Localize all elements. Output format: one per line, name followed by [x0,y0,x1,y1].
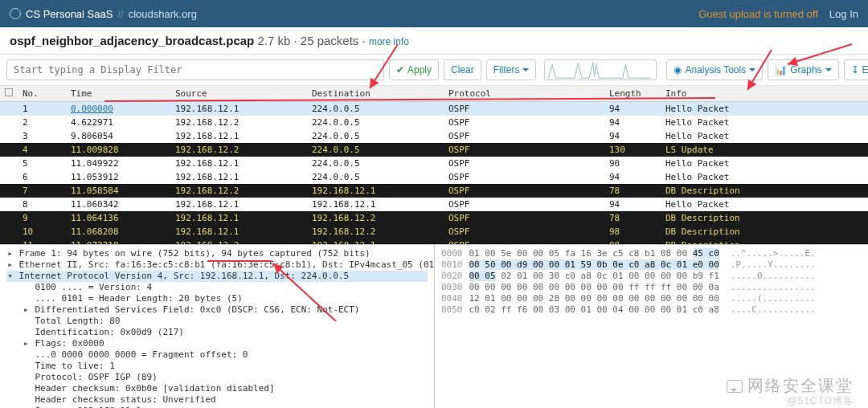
hex-row[interactable]: 000001 00 5e 00 00 05 fa 16 3e c5 c8 b1 … [441,248,862,259]
tree-node[interactable]: Header checksum: 0x0b0e [validation disa… [6,383,428,394]
upload-warning: Guest upload is turned off [698,8,818,20]
hex-row[interactable]: 002000 05 02 01 00 30 c0 a8 0c 01 00 00 … [441,271,862,282]
tree-node[interactable]: Identification: 0x00d9 (217) [6,327,428,338]
tree-node[interactable]: ▸ Differentiated Services Field: 0xc0 (D… [6,304,428,316]
file-name: ospf_neighbor_adjacency_broadcast.pcap [10,34,254,47]
file-title-bar: ospf_neighbor_adjacency_broadcast.pcap 2… [0,27,868,55]
tree-node[interactable]: ▾ Internet Protocol Version 4, Src: 192.… [6,271,428,282]
packet-row[interactable]: 1111.073318192.168.12.2192.168.12.1OSPF9… [0,239,868,245]
tree-node[interactable]: Time to live: 1 [6,361,428,372]
login-link[interactable]: Log In [829,8,858,20]
hex-row[interactable]: 001000 50 00 d9 00 00 01 59 0b 0e c0 a8 … [441,259,862,271]
hex-row[interactable]: 004012 01 00 00 00 28 00 00 00 00 00 00 … [441,293,862,304]
tree-node[interactable]: ▸ Frame 1: 94 bytes on wire (752 bits), … [6,248,428,259]
brand-label: CS Personal SaaS [26,8,113,20]
col-time[interactable]: Time [66,86,170,102]
col-protocol[interactable]: Protocol [444,86,604,102]
tree-node[interactable]: Total Length: 80 [6,316,428,327]
packet-row[interactable]: 1011.068208192.168.12.1192.168.12.2OSPF9… [0,225,868,239]
packet-row[interactable]: 10.000000192.168.12.1224.0.0.5OSPF94Hell… [0,102,868,116]
packet-list-header: No. Time Source Destination Protocol Len… [0,86,868,102]
clear-button[interactable]: Clear [444,59,481,80]
col-length[interactable]: Length [604,86,661,102]
tree-node[interactable]: ▸ Ethernet II, Src: fa:16:3e:c5:c8:b1 (f… [6,259,428,271]
watermark: 网络安全课堂 @51CTO博客 [727,375,854,397]
col-destination[interactable]: Destination [307,86,444,102]
tree-node[interactable]: Header checksum status: Unverified [6,394,428,406]
packet-row[interactable]: 711.058584192.168.12.2192.168.12.1OSPF78… [0,184,868,198]
host-link[interactable]: cloudshark.org [129,8,197,20]
more-info-link[interactable]: more info [369,36,409,47]
tree-node[interactable]: .... 0101 = Header Length: 20 bytes (5) [6,293,428,304]
display-filter-input[interactable] [6,59,384,80]
top-navbar: CS Personal SaaS // cloudshark.org Guest… [0,0,868,27]
col-no[interactable]: No. [18,86,66,102]
packet-row[interactable]: 911.064136192.168.12.1192.168.12.2OSPF78… [0,211,868,225]
timeline-sparkline[interactable] [544,59,657,80]
packet-row[interactable]: 411.009828192.168.12.2224.0.0.5OSPF130LS… [0,143,868,157]
packet-row[interactable]: 39.806054192.168.12.1224.0.0.5OSPF94Hell… [0,129,868,143]
tree-node[interactable]: 0100 .... = Version: 4 [6,282,428,293]
packet-row[interactable]: 24.622971192.168.12.2224.0.0.5OSPF94Hell… [0,116,868,129]
packet-row[interactable]: 811.060342192.168.12.1192.168.12.1OSPF94… [0,198,868,211]
select-all-icon[interactable] [5,88,13,96]
packet-row[interactable]: 611.053912192.168.12.1224.0.0.5OSPF94Hel… [0,170,868,184]
tree-node[interactable]: ▸ Flags: 0x0000 [6,338,428,349]
apply-button[interactable]: ✔ Apply [389,59,439,80]
packet-count: 25 packets [301,34,359,47]
graphs-dropdown[interactable]: 📊 Graphs [768,59,838,80]
filters-dropdown[interactable]: Filters [486,59,537,80]
nav-separator: // [117,8,123,20]
packet-row[interactable]: 511.049922192.168.12.1224.0.0.5OSPF90Hel… [0,157,868,170]
logo-icon [10,8,21,19]
col-source[interactable]: Source [170,86,307,102]
export-dropdown[interactable]: ↧ Export [844,59,868,80]
hex-row[interactable]: 0050c0 02 ff f6 00 03 00 01 00 04 00 00 … [441,304,862,316]
wechat-icon [727,380,743,393]
col-info[interactable]: Info [661,86,868,102]
analysis-tools-dropdown[interactable]: ◉ Analysis Tools [666,59,763,80]
packet-list[interactable]: No. Time Source Destination Protocol Len… [0,86,868,245]
tree-node[interactable]: ...0 0000 0000 0000 = Fragment offset: 0 [6,349,428,361]
hex-row[interactable]: 003000 00 00 00 00 00 00 00 00 00 ff ff … [441,282,862,293]
tree-node[interactable]: Protocol: OSPF IGP (89) [6,372,428,383]
file-size: 2.7 kb [257,34,290,47]
toolbar: ✔ Apply Clear Filters ◉ Analysis Tools 📊… [0,55,868,86]
packet-details-tree[interactable]: ▸ Frame 1: 94 bytes on wire (752 bits), … [0,245,434,408]
